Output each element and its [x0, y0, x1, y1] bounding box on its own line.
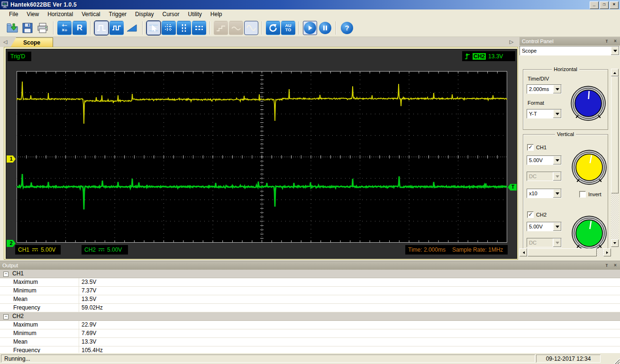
ch2-enable-checkbox[interactable]: ✓ [527, 211, 534, 218]
menu-item-vertical[interactable]: Vertical [77, 9, 104, 19]
pulse-dual-icon [112, 24, 121, 32]
ch1-position-knob[interactable] [571, 149, 607, 185]
ch1-invert-checkbox[interactable]: ✓ [579, 191, 586, 198]
dropdown-arrow-icon[interactable] [553, 156, 561, 164]
menu-item-file[interactable]: File [5, 9, 22, 19]
pin-icon[interactable]: т [603, 262, 610, 269]
hscroll-thumb[interactable] [528, 248, 597, 256]
math-icon: +− ×÷ [62, 23, 67, 33]
menu-item-help[interactable]: Help [206, 9, 227, 19]
control-panel-content: Horizontal Time/DIV 2.000ms Format Y-T V… [520, 56, 611, 248]
auto-set-button[interactable]: AU TO [281, 21, 295, 35]
ch1-position-marker[interactable]: 1 [7, 155, 16, 163]
pulse-dual-button[interactable] [109, 21, 124, 35]
scroll-up-icon[interactable] [611, 69, 619, 76]
dropdown-arrow-icon [553, 172, 561, 181]
pulse-single-icon [97, 24, 106, 32]
tab-scroll-left-icon[interactable]: ◁ [2, 38, 9, 46]
pulse-single-button[interactable] [94, 21, 109, 35]
scroll-down-icon[interactable] [611, 239, 619, 247]
tab-scroll-right-icon[interactable]: ▷ [508, 38, 515, 46]
vscroll-thumb[interactable] [611, 76, 619, 193]
toolbar: +− ×÷ R [0, 19, 620, 37]
scope-display-area: Trig'D CH2 13.3V 1 2 T CH1 5.00V [6, 49, 517, 259]
output-group-ch1: −CH1 [0, 270, 620, 278]
ch2-label: CH2 [84, 246, 96, 253]
pause-icon [319, 22, 331, 34]
ch2-position-knob[interactable] [571, 215, 607, 248]
collapse-icon[interactable]: − [3, 272, 9, 277]
ch1-probe-value: x10 [527, 191, 553, 196]
measure-value: 59.02Hz [82, 304, 103, 312]
window-title: Hantek6022BE Ver 1.0.5 [10, 1, 77, 8]
output-group-ch2: −CH2 [0, 312, 620, 321]
close-button[interactable]: × [610, 1, 619, 9]
dropdown-arrow-icon[interactable] [553, 189, 561, 198]
measure-value: 13.3V [82, 338, 96, 346]
status-message: Running... [1, 355, 535, 363]
resize-grip[interactable] [613, 358, 620, 364]
ch1-volts-select[interactable]: 5.00V [527, 155, 562, 165]
format-value: Y-T [527, 111, 553, 117]
horizontal-cursors-button[interactable] [192, 21, 206, 35]
math-button[interactable]: +− ×÷ [57, 21, 72, 35]
close-icon[interactable]: × [612, 262, 619, 269]
scroll-left-icon[interactable] [520, 248, 527, 256]
format-select[interactable]: Y-T [527, 109, 562, 118]
reference-button[interactable]: R [73, 21, 87, 35]
refresh-button[interactable] [266, 21, 280, 35]
control-panel-vscrollbar[interactable] [611, 69, 619, 247]
ch2-position-marker[interactable]: 2 [7, 240, 16, 247]
ch1-enable-label: CH1 [536, 145, 547, 150]
menu-item-display[interactable]: Display [131, 9, 158, 19]
restore-button[interactable]: ❐ [600, 1, 609, 9]
measure-name: Maximum [13, 321, 38, 329]
time-per-div: Time: 2.000ms [408, 246, 446, 253]
save-button[interactable] [20, 21, 35, 35]
menu-item-view[interactable]: View [22, 9, 43, 19]
vertical-cursors-button[interactable] [177, 21, 191, 35]
minimize-button[interactable]: _ [590, 1, 599, 9]
menu-item-trigger[interactable]: Trigger [105, 9, 131, 19]
ch1-volts-value: 5.00V [527, 157, 553, 163]
dropdown-arrow-icon[interactable] [553, 85, 561, 93]
scroll-right-icon[interactable] [603, 248, 611, 256]
trigger-info: CH2 13.3V [462, 51, 515, 61]
start-button[interactable] [303, 21, 317, 35]
horizontal-cursors-icon [195, 24, 203, 32]
print-button[interactable] [36, 21, 50, 35]
ch2-volts-select[interactable]: 5.00V [527, 222, 562, 231]
ch1-probe-select[interactable]: x10 [527, 189, 562, 198]
ch1-coupling-select: DC [527, 172, 562, 181]
measure-name: Minimum [13, 329, 36, 337]
ch1-enable-checkbox[interactable]: ✓ [527, 144, 534, 151]
dropdown-arrow-icon[interactable] [553, 109, 561, 118]
ramp-button[interactable] [125, 21, 139, 35]
collapse-icon[interactable]: − [3, 314, 9, 319]
menu-item-utility[interactable]: Utility [183, 9, 206, 19]
dropdown-arrow-icon[interactable] [611, 46, 619, 55]
smooth-wave-button[interactable] [229, 21, 243, 35]
grid-button[interactable] [162, 21, 176, 35]
timediv-select[interactable]: 2.000ms [527, 84, 562, 94]
close-icon[interactable]: × [612, 38, 619, 45]
menu-item-horizontal[interactable]: Horizontal [43, 9, 77, 19]
vscroll-track[interactable] [611, 193, 619, 239]
tab-scope[interactable]: Scope [10, 37, 53, 47]
step-wave-button[interactable] [214, 21, 228, 35]
control-panel-hscrollbar[interactable] [520, 248, 611, 256]
open-button[interactable] [5, 21, 19, 35]
cursor-select-button[interactable] [146, 21, 161, 35]
menu-item-cursor[interactable]: Cursor [158, 9, 183, 19]
ramp-icon [127, 24, 137, 32]
panel-mode-select[interactable]: Scope [520, 46, 620, 55]
output-panel: Output т × −CH1Maximum23.5VMinimum7.37VM… [0, 261, 620, 353]
pin-icon[interactable]: т [603, 38, 610, 45]
dropdown-arrow-icon[interactable] [553, 222, 561, 231]
hscroll-track[interactable] [597, 248, 603, 256]
help-button[interactable]: ? [340, 21, 354, 35]
horizontal-knob[interactable] [570, 85, 606, 121]
sine-wave-button[interactable] [244, 21, 258, 35]
trigger-level-marker[interactable]: T [508, 184, 517, 191]
pause-button[interactable] [318, 21, 332, 35]
